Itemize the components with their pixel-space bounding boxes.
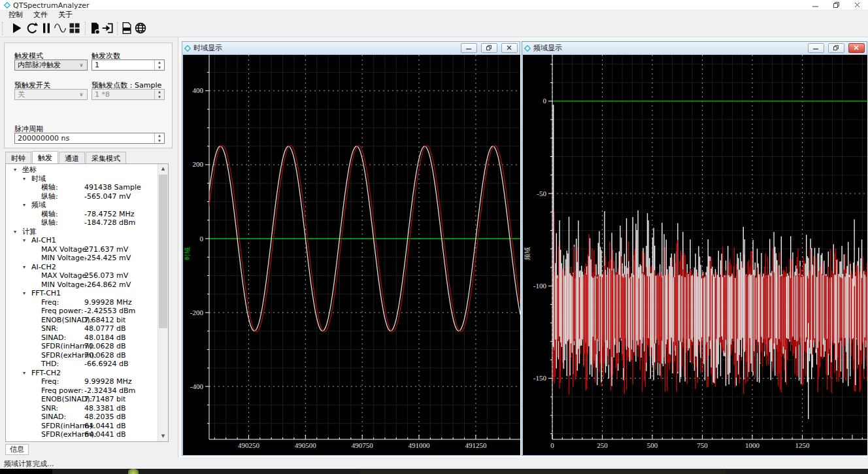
tree-row[interactable]: ENOB(SINAD):7.68412 bit <box>6 316 158 325</box>
expand-arrow-icon[interactable]: ▾ <box>23 369 25 378</box>
grid-icon[interactable] <box>67 20 82 36</box>
tree-value: -264.862 mV <box>84 280 131 290</box>
pretrigger-points-spinbox[interactable]: 1 *8 ▲▼ <box>92 89 165 100</box>
play-icon[interactable] <box>8 20 24 36</box>
pretrigger-points-value: 1 *8 <box>95 90 110 99</box>
tree-row[interactable]: ▾坐标 <box>6 165 158 175</box>
tree-scrollbar[interactable]: ▲ ▼ <box>158 164 168 441</box>
tree-row[interactable]: SFDR(inHarm):64.0441 dB <box>6 422 158 431</box>
svg-text:200: 200 <box>193 160 204 168</box>
tree-row[interactable]: ▾AI-CH2 <box>6 263 158 272</box>
tree-row[interactable]: ▾频域 <box>6 201 158 210</box>
spin-arrows-icon[interactable]: ▲▼ <box>154 133 164 143</box>
close-button[interactable] <box>501 43 518 53</box>
tree-row[interactable]: MIN Voltage:-254.425 mV <box>6 254 158 263</box>
time-window-titlebar[interactable]: 时域显示 <box>182 42 520 55</box>
tree-row[interactable]: ▾时域 <box>6 175 158 184</box>
tree-row[interactable]: ▾FFT-CH2 <box>6 369 158 378</box>
svg-text:750: 750 <box>697 441 708 449</box>
tree-row[interactable]: SFDR(inHarm):70.0628 dB <box>6 342 158 351</box>
tree-row[interactable]: 横轴:-78.4752 MHz <box>6 210 158 219</box>
close-button[interactable] <box>848 43 865 53</box>
minimize-button[interactable] <box>805 0 826 10</box>
tab-0[interactable]: 时钟 <box>5 152 31 163</box>
tree-row[interactable]: ▾FFT-CH1 <box>6 289 158 298</box>
taskbar[interactable] <box>0 469 868 474</box>
tree-row[interactable]: Freq:9.99928 MHz <box>6 377 158 386</box>
expand-arrow-icon[interactable]: ▾ <box>23 201 25 210</box>
tree-row[interactable]: ENOB(SINAD):7.71487 bit <box>6 395 158 404</box>
tree-value: 48.2035 dB <box>84 413 126 422</box>
expand-arrow-icon[interactable]: ▾ <box>23 263 25 272</box>
tree-row[interactable]: Freq power:-2.42553 dBm <box>6 307 158 316</box>
freq-domain-window: 频域显示 0250500750100012500-50-100-150频域 <box>522 41 867 456</box>
scroll-down-icon[interactable]: ▼ <box>158 432 168 441</box>
minimize-button[interactable] <box>808 43 824 53</box>
tree-label: THD: <box>41 360 59 369</box>
tree-row[interactable]: SFDR(exHarm):64.0441 dB <box>6 430 158 439</box>
tree-row[interactable]: SINAD:48.2035 dB <box>6 413 158 422</box>
expand-arrow-icon[interactable]: ▾ <box>14 228 16 237</box>
time-window-title: 时域显示 <box>193 43 457 53</box>
refresh-icon[interactable] <box>24 20 40 36</box>
spin-arrows-icon[interactable]: ▲▼ <box>154 60 164 70</box>
tree-row[interactable]: SNR:48.3381 dB <box>6 404 158 413</box>
tree-value: -2.42553 dBm <box>84 307 135 316</box>
main-titlebar[interactable]: QTSpectrumAnalyzer <box>0 0 868 10</box>
expand-arrow-icon[interactable]: ▾ <box>23 289 25 298</box>
taskbar-app-icon[interactable] <box>128 469 139 474</box>
tree-row[interactable]: 纵轴:-565.047 mV <box>6 192 158 201</box>
app-icon <box>4 2 10 8</box>
tree-row[interactable]: 纵轴:-184.728 dBm <box>6 218 158 228</box>
tree-row[interactable]: Freq:9.99928 MHz <box>6 298 158 307</box>
menu-item-1[interactable]: 文件 <box>29 10 52 20</box>
tree-label: FFT-CH2 <box>31 369 61 378</box>
tree-row[interactable]: 横轴:491438 Sample <box>6 183 158 192</box>
restore-button[interactable] <box>828 43 844 53</box>
tab-info[interactable]: 信息 <box>5 444 29 455</box>
tree-row[interactable]: MAX Voltage:256.073 mV <box>6 271 158 280</box>
freq-plot[interactable]: 0250500750100012500-50-100-150频域 <box>523 55 867 455</box>
tree-value: -184.728 dBm <box>84 218 135 228</box>
trigger-count-value: 1 <box>95 61 99 69</box>
svg-text:-50: -50 <box>537 190 546 197</box>
trigger-mode-select[interactable]: 内部脉冲触发 ∨ <box>14 59 88 71</box>
restore-button[interactable] <box>826 0 847 10</box>
expand-arrow-icon[interactable]: ▾ <box>23 175 25 184</box>
tab-3[interactable]: 采集模式 <box>86 152 126 163</box>
scroll-up-icon[interactable]: ▲ <box>158 164 168 174</box>
menu-item-2[interactable]: 关于 <box>54 10 77 20</box>
tree-row[interactable]: MIN Voltage:-264.862 mV <box>6 280 158 290</box>
time-plot-area: 4902504905004907504910004912504002000-20… <box>183 55 519 454</box>
tree-row[interactable]: SFDR(exHarm):70.0628 dB <box>6 351 158 360</box>
time-plot[interactable]: 4902504905004907504910004912504002000-20… <box>183 55 520 455</box>
tree-row[interactable]: Freq power:-2.32434 dBm <box>6 386 158 396</box>
expand-arrow-icon[interactable]: ▾ <box>23 236 25 245</box>
globe-icon[interactable] <box>133 20 148 36</box>
results-tree: ▾坐标▾时域横轴:491438 Sample纵轴:-565.047 mV▾频域横… <box>5 163 169 442</box>
mdi-workspace: 时域显示 49025049050049075049100049125040020… <box>178 37 868 458</box>
minimize-button[interactable] <box>461 43 477 53</box>
expand-arrow-icon[interactable]: ▾ <box>14 165 16 175</box>
close-button[interactable] <box>847 0 868 10</box>
tree-row[interactable]: ▾AI-CH1 <box>6 236 158 245</box>
scroll-thumb[interactable] <box>159 175 167 328</box>
pretrigger-switch-select[interactable]: 关 ∨ <box>14 89 88 100</box>
freq-window-titlebar[interactable]: 频域显示 <box>522 42 867 55</box>
menu-item-0[interactable]: 控制 <box>4 10 27 20</box>
pulse-period-spinbox[interactable]: 200000000 ns ▲▼ <box>14 133 165 144</box>
menu-bar: 控制文件关于 <box>0 10 868 20</box>
tab-1[interactable]: 触发 <box>32 151 58 163</box>
tree-row[interactable]: SINAD:48.0184 dB <box>6 333 158 343</box>
tree-row[interactable]: THD:-66.6924 dB <box>6 360 158 369</box>
import-icon[interactable] <box>100 20 116 36</box>
tree-row[interactable]: SNR:48.0777 dB <box>6 324 158 333</box>
restore-button[interactable] <box>481 43 497 53</box>
trigger-count-spinbox[interactable]: 1 ▲▼ <box>92 59 165 71</box>
tree-value: 271.637 mV <box>84 245 128 254</box>
tree-row[interactable]: MAX Voltage:271.637 mV <box>6 245 158 254</box>
tab-2[interactable]: 通道 <box>59 152 85 163</box>
tree-row[interactable]: ▾计算 <box>6 228 158 237</box>
waveform-icon[interactable] <box>52 20 68 36</box>
tree-label: 横轴: <box>41 183 58 192</box>
